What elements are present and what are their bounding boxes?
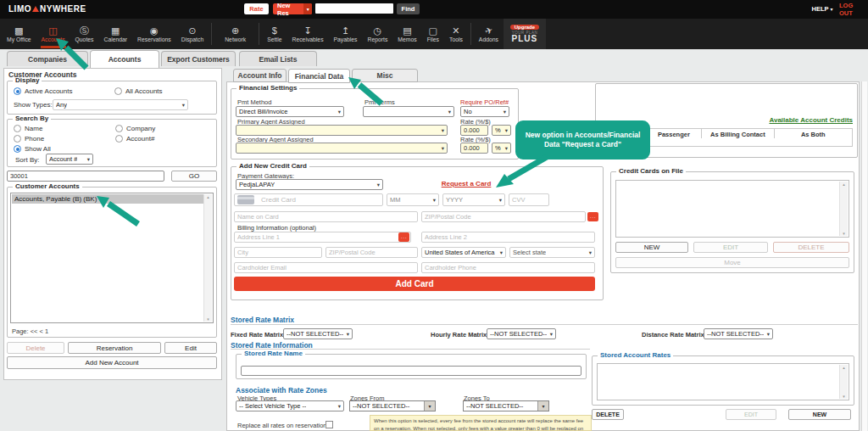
available-account-credits-link[interactable]: Available Account Credits (683, 116, 853, 124)
edit-account-button[interactable]: Edit (164, 342, 217, 354)
all-accounts-radio[interactable] (114, 87, 122, 95)
page-scrollbar[interactable] (861, 81, 867, 431)
scrollbar-up-icon[interactable]: ▴ (207, 194, 209, 199)
scrollbar-down-icon[interactable]: ▾ (207, 316, 209, 322)
nav-item-calendar[interactable]: ▦Calendar (98, 19, 132, 49)
nav-item-tools[interactable]: ✕Tools (444, 19, 468, 49)
go-button[interactable]: GO (171, 171, 217, 182)
nav-item-reservations[interactable]: ◉Reservations (132, 19, 176, 49)
rate-button[interactable]: Rate (244, 3, 269, 14)
delete-account-button[interactable]: Delete (7, 342, 64, 354)
card-edit-button[interactable]: EDIT (693, 242, 768, 253)
fixed-rate-matrix-select[interactable]: --NOT SELECTED-- (283, 328, 353, 339)
stored-rate-new-button[interactable]: NEW (788, 409, 851, 420)
request-a-card-link[interactable]: Request a Card (420, 180, 513, 188)
require-po-select[interactable]: No (460, 106, 509, 117)
account-search-input[interactable] (7, 171, 164, 182)
search-company-radio[interactable] (115, 125, 123, 132)
nav-item-settle[interactable]: $Settle (262, 19, 287, 49)
card-new-button[interactable]: NEW (615, 242, 688, 253)
nav-item-addons[interactable]: ✈Addons (474, 19, 504, 49)
state-select[interactable]: Select state (509, 247, 595, 258)
zones-from-select[interactable]: --NOT SELECTED-- (349, 400, 436, 411)
secondary-rate-input[interactable] (460, 143, 488, 154)
cardholder-phone-input[interactable] (421, 262, 595, 273)
credit-card-number-field[interactable]: Credit Card (234, 193, 383, 206)
tab-accounts[interactable]: Accounts (90, 50, 159, 68)
add-new-account-button[interactable]: Add New Account (7, 356, 217, 369)
upgrade-plan-block[interactable]: Upgrade YOUR PLAN PLUS (504, 19, 546, 49)
hourly-rate-matrix-select[interactable]: --NOT SELECTED-- (487, 328, 556, 339)
find-button[interactable]: Find (397, 3, 420, 14)
address-line-2-input[interactable] (421, 232, 595, 243)
payment-gateway-select[interactable]: PedjaLAPAY (236, 179, 383, 190)
nav-item-files[interactable]: ▢Files (422, 19, 444, 49)
new-res-dropdown-icon[interactable] (303, 3, 312, 14)
accounts-list-scrollbar[interactable]: ▴▾ (203, 194, 212, 322)
tab-misc[interactable]: Misc (352, 69, 418, 82)
tab-export-customers[interactable]: Export Customers (161, 51, 236, 66)
distance-rate-matrix-select[interactable]: --NOT SELECTED-- (704, 328, 773, 339)
primary-agent-select[interactable] (236, 125, 448, 136)
accounts-listbox[interactable]: Accounts, Payable (B) (BK) ▴▾ (10, 193, 214, 323)
zip-postal-input[interactable] (421, 211, 586, 222)
secondary-agent-select[interactable] (236, 143, 448, 154)
scrollbar-down-icon[interactable]: ▾ (843, 231, 845, 236)
list-item-selected[interactable]: Accounts, Payable (B) (BK) (12, 194, 204, 204)
primary-rate-input[interactable] (460, 125, 488, 136)
search-account-radio[interactable] (115, 135, 123, 143)
scrollbar-down-icon[interactable]: ▾ (843, 394, 845, 399)
nav-item-accounts[interactable]: ◫Accounts (36, 19, 70, 49)
active-accounts-radio[interactable] (14, 87, 21, 95)
nav-item-memos[interactable]: ▤Memos (392, 19, 421, 49)
search-phone-radio[interactable] (14, 135, 21, 143)
cardholder-email-input[interactable] (234, 262, 418, 273)
tab-email-lists[interactable]: Email Lists (239, 51, 317, 66)
stored-rate-delete-button[interactable]: DELETE (592, 409, 624, 420)
address-lookup-ellipsis-icon[interactable] (398, 232, 409, 242)
cvv-input[interactable] (509, 193, 549, 206)
billing-zip-input[interactable] (326, 247, 418, 258)
sort-by-select[interactable]: Account # (46, 154, 93, 165)
scrollbar-up-icon[interactable]: ▴ (843, 365, 845, 370)
nav-item-payables[interactable]: ↥Payables (329, 19, 363, 49)
vehicle-type-select[interactable]: -- Select Vehicle Type -- (236, 400, 344, 411)
card-delete-button[interactable]: DELETE (773, 242, 849, 253)
tab-companies[interactable]: Companies (7, 51, 88, 66)
add-card-button[interactable]: Add Card (234, 277, 595, 291)
nav-item-my-office[interactable]: ▩My Office (2, 19, 36, 49)
nav-item-network[interactable]: ⊕Network (214, 19, 256, 49)
stored-rates-listbox[interactable]: ▴▾ (597, 363, 849, 400)
expiry-year-select[interactable]: YYYY (442, 193, 505, 206)
primary-rate-unit-select[interactable]: % (492, 125, 511, 136)
address-line-1-input[interactable] (234, 232, 411, 243)
stored-rate-name-input[interactable] (241, 366, 581, 376)
card-move-button[interactable]: Move (615, 257, 849, 268)
pager[interactable]: Page: << < 1 (12, 327, 48, 335)
show-types-select[interactable]: Any (53, 99, 188, 110)
new-res-button[interactable]: New Res (273, 3, 312, 14)
nav-item-reports[interactable]: ◷Reports (363, 19, 393, 49)
global-search-input[interactable] (315, 3, 393, 14)
pmt-terms-select[interactable] (363, 106, 454, 117)
tab-account-info[interactable]: Account Info (233, 69, 287, 82)
search-show-all-radio[interactable] (14, 145, 21, 153)
zip-lookup-ellipsis-icon[interactable] (587, 212, 598, 221)
country-select[interactable]: United States of America (421, 247, 506, 258)
expiry-month-select[interactable]: MM (387, 193, 439, 206)
secondary-rate-unit-select[interactable]: % (492, 143, 511, 154)
pmt-method-select[interactable]: Direct Bill/Invoice (236, 106, 344, 117)
logout-link[interactable]: LOG OUT (839, 3, 866, 14)
name-on-card-input[interactable] (234, 211, 418, 222)
nav-item-dispatch[interactable]: ⊙Dispatch (176, 19, 209, 49)
tab-financial-data[interactable]: Financial Data (288, 69, 350, 83)
stored-rate-edit-button[interactable]: EDIT (726, 409, 776, 420)
help-menu[interactable]: HELP (810, 3, 834, 14)
cards-list-scrollbar[interactable]: ▴▾ (839, 182, 848, 236)
zones-to-select[interactable]: --NOT SELECTED-- (463, 400, 549, 411)
reservation-button[interactable]: Reservation (68, 342, 161, 354)
replace-rates-checkbox[interactable] (326, 421, 333, 428)
upgrade-badge[interactable]: Upgrade (510, 25, 539, 30)
city-input[interactable] (234, 247, 322, 258)
nav-item-quotes[interactable]: ⓈQuotes (70, 19, 99, 49)
